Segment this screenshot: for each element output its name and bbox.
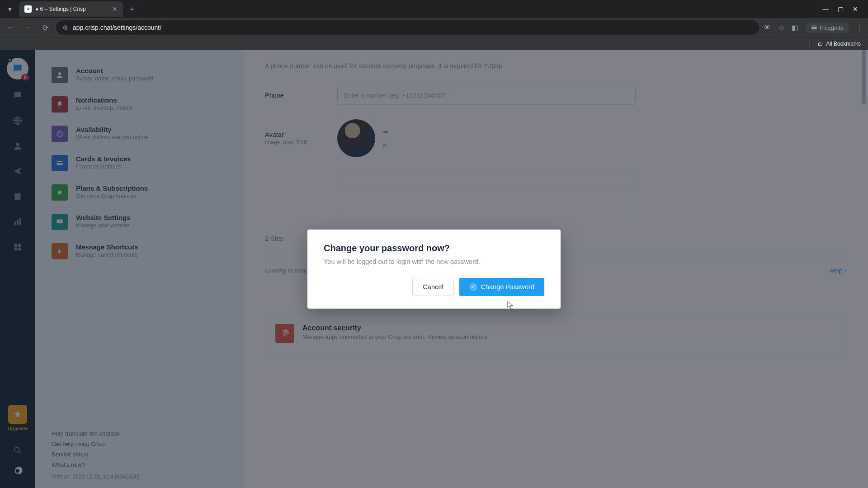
modal-overlay[interactable]: Change your password now? You will be lo… (0, 50, 868, 488)
change-password-label: Change Password (481, 283, 535, 291)
modal-title: Change your password now? (324, 243, 544, 253)
change-password-modal: Change your password now? You will be lo… (307, 230, 561, 309)
bookmarks-separator: | (809, 40, 811, 48)
incognito-icon: 🕶 (811, 24, 817, 31)
app-root: 6 Upgrade AccountAvatar, name, email, pa… (0, 50, 868, 488)
browser-menu-icon[interactable]: ⋮ (856, 23, 863, 32)
tab-close-icon[interactable]: ✕ (112, 5, 118, 13)
bookmark-star-icon[interactable]: ☆ (778, 23, 784, 32)
tab-search-dropdown[interactable]: ▾ (4, 3, 16, 15)
side-panel-icon[interactable]: ◧ (792, 23, 798, 32)
tab-bar: ▾ ✦ ● 6 – Settings | Crisp ✕ ＋ — ▢ ✕ (0, 0, 868, 18)
nav-reload-icon[interactable]: ⟳ (39, 21, 52, 34)
new-tab-button[interactable]: ＋ (126, 3, 138, 15)
window-close-icon[interactable]: ✕ (853, 5, 858, 13)
modal-actions: Cancel ✓ Change Password (324, 278, 544, 296)
all-bookmarks-button[interactable]: 🗀 All Bookmarks (818, 41, 861, 47)
window-maximize-icon[interactable]: ▢ (838, 5, 844, 13)
url-box[interactable]: ⚙ app.crisp.chat/settings/account/ (56, 20, 759, 35)
tab-title: ● 6 – Settings | Crisp (35, 6, 108, 12)
address-bar: ← → ⟳ ⚙ app.crisp.chat/settings/account/… (0, 18, 868, 37)
tab-favicon: ✦ (24, 5, 32, 13)
nav-back-icon[interactable]: ← (5, 21, 17, 34)
window-minimize-icon[interactable]: — (822, 5, 829, 13)
check-circle-icon: ✓ (469, 283, 477, 291)
bookmarks-bar: | 🗀 All Bookmarks (0, 37, 868, 50)
incognito-label: Incognito (820, 24, 844, 31)
nav-forward-icon[interactable]: → (22, 21, 34, 34)
modal-body: You will be logged out to login with the… (324, 258, 544, 265)
cancel-button[interactable]: Cancel (412, 278, 453, 296)
addr-right-icons: 👁 ☆ ◧ 🕶 Incognito ⋮ (764, 23, 863, 33)
incognito-indicator[interactable]: 🕶 Incognito (806, 23, 849, 33)
eye-off-icon[interactable]: 👁 (764, 23, 771, 32)
folder-icon: 🗀 (818, 41, 823, 47)
site-info-icon[interactable]: ⚙ (62, 24, 68, 31)
all-bookmarks-label: All Bookmarks (826, 41, 861, 47)
url-text: app.crisp.chat/settings/account/ (73, 24, 161, 31)
browser-tab[interactable]: ✦ ● 6 – Settings | Crisp ✕ (19, 1, 123, 17)
change-password-button[interactable]: ✓ Change Password (459, 278, 545, 296)
browser-chrome: ▾ ✦ ● 6 – Settings | Crisp ✕ ＋ — ▢ ✕ ← →… (0, 0, 868, 50)
window-controls: — ▢ ✕ (822, 5, 864, 13)
